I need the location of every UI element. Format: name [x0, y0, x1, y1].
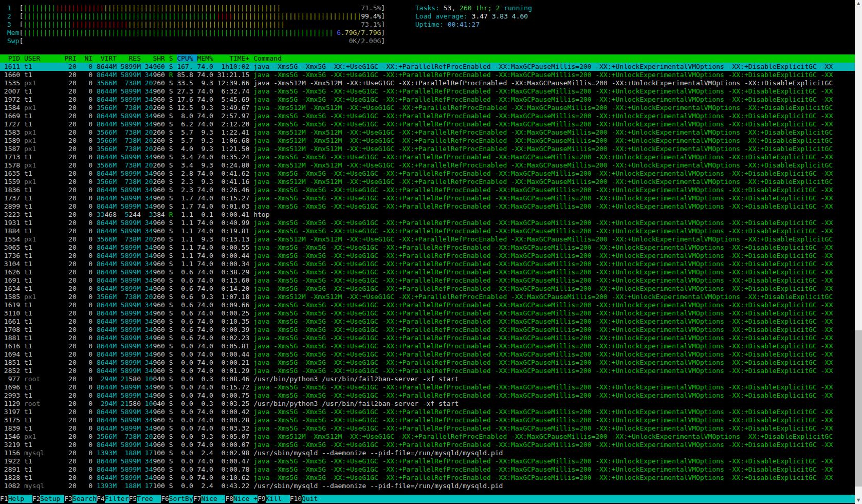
process-row[interactable]: 1559 px1 20 0 3566M 738M 20260 S 2.3 9.3… — [0, 178, 855, 186]
uptime-summary: Uptime: 00:41:27 — [415, 21, 724, 29]
process-row[interactable]: 3175 t1 20 0 8644M 5899M 34960 S 0.0 74.… — [0, 416, 855, 424]
f2-setup-button[interactable]: F2Setup — [32, 495, 65, 503]
process-row[interactable]: 1129 root 20 0 294M 21580 10040 S 0.0 0.… — [0, 400, 855, 408]
process-row[interactable]: 1660 t1 20 0 8644M 5899M 34960 R 85.8 74… — [0, 71, 855, 79]
process-row[interactable]: 1828 t1 20 0 8644M 5899M 34960 S 0.0 74.… — [0, 474, 855, 482]
state-cell: S — [169, 457, 177, 465]
process-row[interactable]: 3197 t1 20 0 8644M 5899M 34960 S 0.0 74.… — [0, 408, 855, 416]
process-row[interactable]: 1585 px1 20 0 3566M 738M 20260 S 0.6 9.3… — [0, 293, 855, 301]
process-row[interactable]: 1635 t1 20 0 8644M 5899M 34960 S 2.8 74.… — [0, 170, 855, 178]
swp-meter-bar: 0K/2.00G — [23, 37, 381, 45]
state-cell: S — [169, 96, 177, 103]
user-cell: t1 — [24, 474, 64, 481]
process-row[interactable]: 2891 t1 20 0 8644M 5899M 34960 S 0.0 74.… — [0, 465, 855, 474]
load-summary: Load average: 3.47 3.83 4.60 — [415, 12, 724, 21]
process-row[interactable]: 1708 t1 20 0 8644M 5899M 34960 S 0.6 74.… — [0, 326, 855, 334]
f8-nice-button[interactable]: F8Nice + — [225, 495, 258, 503]
pid-cell: 1585 — [0, 293, 24, 301]
process-row[interactable]: 1589 px1 20 0 3566M 738M 20260 S 5.7 9.3… — [0, 137, 855, 145]
process-row[interactable]: 1691 t1 20 0 8644M 5899M 34960 S 0.6 74.… — [0, 276, 855, 285]
process-row[interactable]: 1634 t1 20 0 8644M 5899M 34960 S 0.6 74.… — [0, 285, 855, 293]
process-row[interactable]: 1727 t1 20 0 8644M 5899M 34960 S 6.2 74.… — [0, 120, 855, 128]
scrollbar-down-arrow-icon[interactable]: ▼ — [855, 497, 862, 504]
column-header-mem[interactable]: MEM% — [197, 54, 217, 62]
f7-nice-button[interactable]: F7Nice - — [193, 495, 226, 503]
scrollbar[interactable]: ▲ ▼ — [855, 0, 862, 504]
process-row[interactable]: 977 root 20 0 294M 21580 10040 S 0.0 0.3… — [0, 375, 855, 383]
scrollbar-thumb[interactable] — [855, 330, 862, 487]
column-header-user[interactable]: USER — [24, 54, 64, 62]
cpu-cell: 2.3 — [177, 178, 197, 185]
f10-quit-button[interactable]: F10Quit — [290, 495, 326, 503]
state-cell: S — [169, 400, 177, 407]
command-cell: java -Xms5G -Xmx5G -XX:+UseG1GC -XX:+Par… — [253, 474, 833, 481]
process-row[interactable]: 2899 t1 20 0 8644M 5899M 34960 S 1.7 74.… — [0, 202, 855, 211]
state-cell: S — [169, 424, 177, 432]
process-row[interactable]: 1082 mysql 20 0 1393M 188M 17100 S 0.0 2… — [0, 482, 855, 490]
process-row[interactable]: 1884 t1 20 0 8644M 5899M 34960 S 1.1 74.… — [0, 227, 855, 235]
column-header-time[interactable]: TIME+ — [217, 54, 253, 62]
time-cell: 6:32.74 — [217, 87, 253, 95]
process-row[interactable]: 1839 t1 20 0 8644M 5899M 34960 S 0.0 74.… — [0, 424, 855, 433]
process-row[interactable]: 1554 px1 20 0 3566M 738M 20260 S 1.1 9.3… — [0, 235, 855, 244]
process-row[interactable]: 1583 px1 20 0 3566M 738M 20260 S 5.7 9.3… — [0, 128, 855, 137]
process-row[interactable]: 3110 t1 20 0 8644M 5899M 34960 S 0.6 74.… — [0, 309, 855, 318]
column-header-s[interactable]: S — [169, 54, 177, 62]
column-header-ni[interactable]: NI — [81, 54, 97, 62]
column-header-pid[interactable]: PID — [0, 54, 24, 62]
column-header-shr[interactable]: SHR — [145, 54, 169, 62]
process-row[interactable]: 1851 t1 20 0 8644M 5899M 34960 S 0.0 74.… — [0, 359, 855, 367]
column-header-command[interactable]: Command — [253, 54, 282, 62]
column-header-cpu[interactable]: CPU% — [177, 54, 197, 62]
process-row[interactable]: 1661 t1 20 0 8644M 5899M 34960 S 0.6 74.… — [0, 318, 855, 326]
process-row[interactable]: 1736 t1 20 0 8644M 5899M 34960 S 1.1 74.… — [0, 252, 855, 260]
column-header-pri[interactable]: PRI — [64, 54, 80, 62]
process-row[interactable]: 2993 t1 20 0 8644M 5899M 34960 S 0.0 74.… — [0, 391, 855, 400]
process-row[interactable]: 1696 t1 20 0 8644M 5899M 34960 S 0.0 74.… — [0, 383, 855, 391]
process-row[interactable]: 3219 t1 20 0 8644M 5899M 34960 S 0.0 74.… — [0, 441, 855, 449]
process-row[interactable]: 1836 t1 20 0 8644M 5899M 34960 S 2.3 74.… — [0, 186, 855, 194]
time-cell: 0:09.66 — [217, 301, 253, 309]
f3-search-button[interactable]: F3Search — [64, 495, 97, 503]
command-cell: java -Xms5G -Xmx5G -XX:+UseG1GC -XX:+Par… — [253, 268, 833, 276]
column-header-res[interactable]: RES — [121, 54, 145, 62]
mem-cell: 9.3 — [197, 235, 217, 243]
scrollbar-up-arrow-icon[interactable]: ▲ — [855, 0, 862, 7]
process-row[interactable]: 1694 t1 20 0 8644M 5899M 34960 S 0.0 74.… — [0, 350, 855, 359]
process-row[interactable]: 1156 mysql 20 0 1393M 188M 17100 S 0.0 2… — [0, 449, 855, 457]
process-row[interactable]: 1626 t1 20 0 8644M 5899M 34960 S 0.6 74.… — [0, 268, 855, 276]
process-row[interactable]: 1713 t1 20 0 8644M 5899M 34960 S 3.4 74.… — [0, 153, 855, 161]
process-row[interactable]: 1669 t1 20 0 8644M 5899M 34960 S 8.0 74.… — [0, 112, 855, 120]
process-row[interactable]: 1578 px1 20 0 3566M 738M 20260 S 3.4 9.3… — [0, 161, 855, 170]
mem-cell: 74.0 — [197, 474, 217, 481]
process-row[interactable]: 3104 t1 20 0 8644M 5899M 34960 S 1.1 74.… — [0, 260, 855, 268]
process-row[interactable]: 2852 t1 20 0 8644M 5899M 34960 S 0.0 74.… — [0, 367, 855, 375]
column-header-row: PID USER PRI NI VIRT RES SHR S CPU% MEM%… — [0, 54, 855, 63]
process-row[interactable]: 1535 px1 20 0 3566M 738M 20260 S 33.5 9.… — [0, 79, 855, 87]
process-row[interactable]: 1587 px1 20 0 3566M 738M 20260 S 4.0 9.3… — [0, 145, 855, 153]
process-row[interactable]: 2007 t1 20 0 8644M 5899M 34960 S 27.3 74… — [0, 87, 855, 96]
f6-sortby-button[interactable]: F6SortBy — [161, 495, 193, 503]
process-row[interactable]: 3065 t1 20 0 8644M 5899M 34960 S 1.1 74.… — [0, 244, 855, 252]
f5-tree-button[interactable]: F5Tree — [129, 495, 161, 503]
process-row[interactable]: 3223 t1 20 0 33468 5244 3384 R 1.1 0.1 0… — [0, 211, 855, 219]
process-row[interactable]: 1584 px1 20 0 3566M 738M 20260 S 12.5 9.… — [0, 104, 855, 112]
process-row[interactable]: 1931 t1 20 0 8644M 5899M 34960 S 1.1 74.… — [0, 219, 855, 227]
time-cell: 5:45.69 — [217, 96, 253, 103]
process-row[interactable]: 1546 px1 20 0 3566M 738M 20260 S 0.0 9.3… — [0, 433, 855, 441]
f9-kill-button[interactable]: F9Kill — [258, 495, 290, 503]
process-row[interactable]: 1619 t1 20 0 8644M 5899M 34960 S 0.6 74.… — [0, 301, 855, 309]
cpu3-meter-label: 3 — [7, 21, 19, 28]
process-row[interactable]: 1737 t1 20 0 8644M 5899M 34960 S 1.7 74.… — [0, 194, 855, 202]
f1-help-button[interactable]: F1Help — [0, 495, 32, 503]
process-row[interactable]: 1616 t1 20 0 8644M 5899M 34960 S 0.0 74.… — [0, 342, 855, 350]
time-cell: 0:02.98 — [217, 449, 253, 457]
process-row[interactable]: 1972 t1 20 0 8644M 5899M 34960 S 17.6 74… — [0, 96, 855, 104]
process-row[interactable]: 1922 t1 20 0 8644M 5899M 34960 S 0.0 74.… — [0, 457, 855, 465]
process-row-selected[interactable]: 1611 t1 20 0 8644M 5899M 34960 S 167. 74… — [0, 63, 855, 71]
cpu-cell: 0.0 — [177, 441, 197, 449]
column-header-virt[interactable]: VIRT — [97, 54, 121, 62]
time-cell: 0:00.44 — [217, 252, 253, 259]
process-row[interactable]: 1881 t1 20 0 8644M 5899M 34960 S 0.6 74.… — [0, 334, 855, 342]
f4-filter-button[interactable]: F4Filter — [97, 495, 129, 503]
